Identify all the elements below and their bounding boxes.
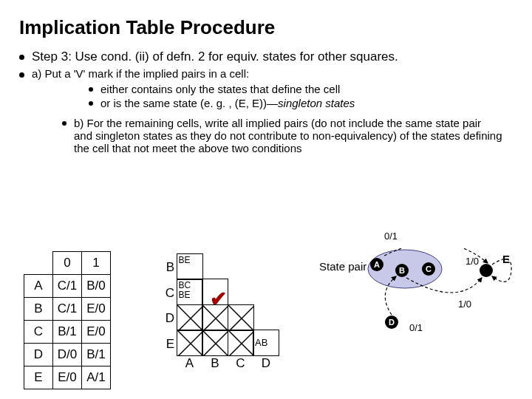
bullet-a1: either contains only the states that def… (89, 83, 532, 95)
imp-col-B: B (202, 356, 228, 371)
tt-B0: C/1 (53, 298, 82, 321)
svg-line-8 (202, 330, 228, 355)
imp-cell-BA-text: BE (179, 255, 191, 265)
bullet-a1-text: either contains only the states that def… (100, 83, 340, 95)
label-oneZbot: 1/0 (458, 299, 471, 310)
imp-col-C: C (228, 356, 254, 371)
imp-row-C: C (160, 280, 174, 301)
imp-cell-EA (177, 330, 203, 356)
tt-B1: E/0 (82, 298, 111, 321)
transition-table: 0 1 AC/1B/0 BC/1E/0 CB/1E/0 DD/0B/1 EE/0… (24, 251, 111, 389)
bullet-step3: Step 3: Use cond. (ii) of defn. 2 for eq… (19, 50, 532, 64)
tt-A0: C/1 (53, 275, 82, 298)
state-diagram-svg: A B C D E (355, 248, 525, 389)
imp-cell-BA: BE (177, 253, 203, 280)
svg-line-0 (177, 305, 202, 330)
bullet-a2: or is the same state (e. g. , (E, E))—si… (89, 97, 532, 109)
tt-col-1: 1 (82, 252, 111, 275)
tt-row-E: E (24, 366, 53, 389)
imp-cell-DC (228, 304, 254, 331)
bullet-dot (89, 87, 93, 92)
page-title: Implication Table Procedure (19, 16, 532, 39)
imp-row-B: B (160, 254, 174, 275)
tt-row-B: B (24, 298, 53, 321)
tt-row-A: A (24, 275, 53, 298)
label-zeroone-left: 0/1 (409, 322, 423, 333)
bullet-step3-text: Step 3: Use cond. (ii) of defn. 2 for eq… (32, 50, 398, 64)
svg-line-4 (228, 305, 253, 330)
bullet-a-text: a) Put a 'V' mark if the implied pairs i… (32, 67, 249, 80)
implication-table: B BE C BC BE D E AB A B C D (160, 254, 279, 371)
imp-row-D: D (160, 305, 174, 326)
tt-C1: E/0 (82, 321, 111, 344)
tt-row-C: C (24, 321, 53, 344)
imp-cell-EB (202, 330, 228, 356)
bullet-dot (19, 72, 24, 78)
svg-line-6 (177, 330, 202, 355)
bullet-dot (89, 101, 93, 106)
imp-row-E: E (160, 331, 174, 352)
tt-E1: A/1 (82, 366, 111, 389)
tt-E0: E/0 (53, 366, 82, 389)
bullet-a2-pre: or is the same state (e. g. , (E, E))— (100, 97, 278, 109)
bullet-dot (62, 121, 66, 126)
imp-cell-ED-text: AB (255, 332, 267, 347)
tick-mark-icon: ✔ (210, 287, 227, 311)
tt-C0: B/1 (53, 321, 82, 344)
imp-col-D: D (253, 356, 279, 371)
bullet-a: a) Put a 'V' mark if the implied pairs i… (19, 67, 532, 80)
imp-col-A: A (177, 356, 203, 371)
bullet-b: b) For the remaining cells, write all im… (62, 117, 502, 154)
svg-text:A: A (374, 260, 380, 269)
imp-cell-CA-text: BC BE (179, 280, 191, 300)
label-oneZtop: 1/0 (466, 256, 479, 267)
svg-text:C: C (426, 265, 432, 273)
imp-cell-ED: AB (253, 330, 279, 356)
state-diagram: A B C D E (355, 248, 525, 374)
bullet-a2-em: singleton states (278, 97, 355, 109)
svg-line-10 (228, 330, 253, 355)
bullet-dot (19, 55, 24, 60)
tt-col-0: 0 (53, 252, 82, 275)
tt-D1: B/1 (82, 344, 111, 366)
imp-cell-EC (228, 330, 254, 356)
label-zeroone-top: 0/1 (384, 231, 398, 242)
svg-point-17 (480, 264, 493, 277)
tt-A1: B/0 (82, 275, 111, 298)
tt-D0: D/0 (53, 344, 82, 366)
svg-text:D: D (389, 318, 395, 327)
bullet-b-text: b) For the remaining cells, write all im… (74, 117, 502, 154)
imp-cell-DA (177, 304, 203, 331)
tt-row-D: D (24, 344, 53, 366)
svg-text:B: B (399, 266, 405, 275)
imp-cell-CA: BC BE (177, 279, 203, 305)
